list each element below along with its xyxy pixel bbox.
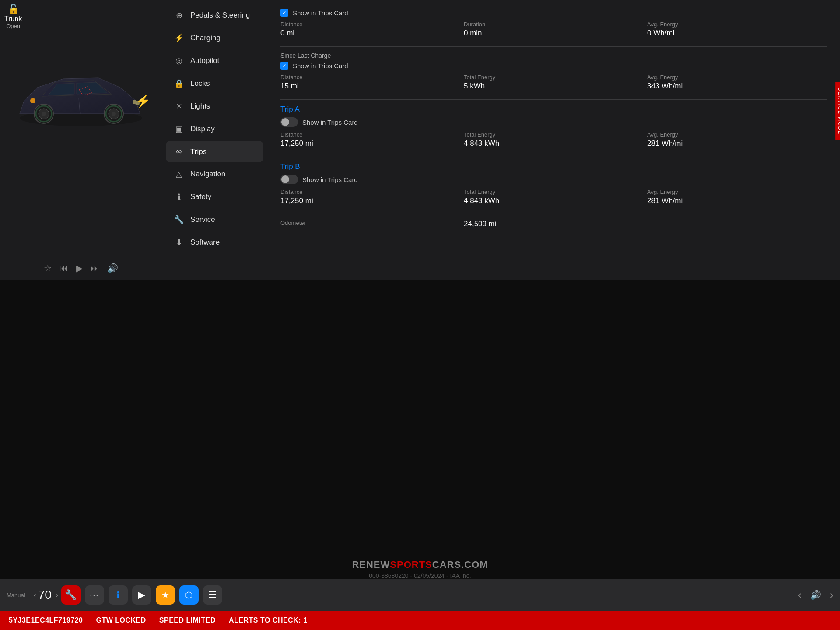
sidebar-item-navigation[interactable]: △ Navigation — [166, 163, 263, 185]
sidebar-label-pedals: Pedals & Steering — [190, 11, 250, 20]
lights-icon: ✳ — [174, 102, 184, 111]
last-trip-avg-energy: Avg. Energy 0 Wh/mi — [647, 21, 827, 38]
since-last-charge-title: Since Last Charge — [280, 52, 827, 59]
trip-b-distance: Distance 17,250 mi — [280, 189, 460, 205]
since-charge-avg-value: 343 Wh/mi — [647, 82, 827, 91]
last-trip-checkbox[interactable]: ✓ — [280, 9, 288, 17]
odometer-row: Odometer 24,509 mi — [280, 220, 827, 228]
screen-container: 🔓 Trunk Open — [0, 0, 840, 630]
divider-1 — [280, 46, 827, 47]
taskbar-volume-icon[interactable]: 🔊 — [810, 590, 821, 600]
prev-track-icon[interactable]: ⏮ — [60, 263, 68, 273]
trip-b-energy-value: 4,843 kWh — [464, 196, 644, 205]
sidebar-label-lights: Lights — [190, 102, 210, 111]
charge-indicator: ⚡ — [136, 94, 151, 108]
taskbar-next-arrow[interactable]: › — [56, 591, 58, 600]
trip-b-distance-value: 17,250 mi — [280, 196, 460, 205]
trip-a-distance: Distance 17,250 mi — [280, 131, 460, 148]
charging-icon: ⚡ — [174, 33, 184, 43]
trip-a-toggle[interactable] — [280, 117, 298, 127]
display-icon: ▣ — [174, 124, 184, 134]
svg-point-3 — [42, 112, 46, 116]
divider-2 — [280, 99, 827, 100]
sidebar-label-safety: Safety — [190, 192, 211, 201]
since-charge-total-energy: Total Energy 5 kWh — [464, 74, 644, 91]
sidebar-item-charging[interactable]: ⚡ Charging — [166, 27, 263, 49]
pedals-icon: ⊕ — [174, 10, 184, 20]
odometer-label: Odometer — [280, 220, 460, 226]
taskbar-prev-arrow[interactable]: ‹ — [34, 591, 36, 600]
trunk-icon: 🔓 — [7, 4, 19, 15]
trip-a-energy-label: Total Energy — [464, 131, 644, 138]
next-track-icon[interactable]: ⏭ — [91, 263, 99, 273]
car-image-area: ⚡ — [7, 18, 155, 184]
watermark: RENEWSPORTSCARS.COM 000-38680220 - 02/05… — [352, 559, 488, 579]
taskbar-nav-left[interactable]: ‹ — [798, 589, 802, 601]
sidebar-item-display[interactable]: ▣ Display — [166, 118, 263, 140]
sidebar-item-software[interactable]: ⬇ Software — [166, 231, 263, 253]
sidebar-menu: ⊕ Pedals & Steering ⚡ Charging ◎ Autopil… — [162, 0, 267, 280]
since-charge-distance: Distance 15 mi — [280, 74, 460, 91]
background-area: RENEWSPORTSCARS.COM 000-38680220 - 02/05… — [0, 280, 840, 630]
car-silhouette — [11, 57, 151, 144]
taskbar-film-icon[interactable]: ▶ — [132, 585, 151, 605]
taskbar-dots-icon[interactable]: ··· — [85, 585, 104, 605]
since-charge-avg-energy: Avg. Energy 343 Wh/mi — [647, 74, 827, 91]
since-charge-energy-label: Total Energy — [464, 74, 644, 80]
taskbar-number: 70 — [38, 588, 52, 602]
speaker-icon[interactable]: 🔊 — [107, 263, 118, 273]
sidebar-item-locks[interactable]: 🔒 Locks — [166, 73, 263, 94]
status-alerts: ALERTS TO CHECK: 1 — [229, 616, 307, 624]
watermark-logo: RENEWSPORTSCARS.COM — [352, 559, 488, 570]
software-icon: ⬇ — [174, 238, 184, 247]
last-trip-duration-label: Duration — [464, 21, 644, 28]
car-panel: 🔓 Trunk Open — [0, 0, 162, 280]
trip-b-energy-label: Total Energy — [464, 189, 644, 195]
since-charge-energy-value: 5 kWh — [464, 82, 644, 91]
taskbar-star-icon[interactable]: ★ — [156, 585, 175, 605]
trip-a-distance-value: 17,250 mi — [280, 139, 460, 148]
divider-3 — [280, 157, 827, 157]
trips-icon: ∞ — [174, 147, 184, 156]
trip-a-avg-value: 281 Wh/mi — [647, 139, 827, 148]
watermark-cars: CARS — [432, 559, 461, 570]
trip-a-section: Trip A Show in Trips Card Distance 17,25… — [280, 105, 827, 148]
sidebar-label-service: Service — [190, 215, 215, 224]
taskbar-list-icon[interactable]: ☰ — [203, 585, 222, 605]
trip-a-distance-label: Distance — [280, 131, 460, 138]
trip-a-avg-label: Avg. Energy — [647, 131, 827, 138]
sidebar-item-lights[interactable]: ✳ Lights — [166, 95, 263, 117]
sidebar-item-pedals[interactable]: ⊕ Pedals & Steering — [166, 4, 263, 26]
taskbar-bluetooth-icon[interactable]: ⬡ — [179, 585, 199, 605]
sidebar-item-trips[interactable]: ∞ Trips — [166, 141, 263, 162]
taskbar-info-icon[interactable]: ℹ — [108, 585, 128, 605]
favorite-icon[interactable]: ☆ — [44, 263, 52, 273]
sidebar-item-service[interactable]: 🔧 Service — [166, 209, 263, 231]
trip-b-show-row: Show in Trips Card — [280, 175, 827, 184]
watermark-sports: SPORTS — [390, 559, 432, 570]
trip-b-distance-label: Distance — [280, 189, 460, 195]
last-trip-show-row: ✓ Show in Trips Card — [280, 9, 827, 17]
svg-point-6 — [112, 112, 116, 116]
last-trip-duration-value: 0 min — [464, 29, 644, 38]
last-trip-distance: Distance 0 mi — [280, 21, 460, 38]
since-charge-distance-label: Distance — [280, 74, 460, 80]
last-trip-distance-label: Distance — [280, 21, 460, 28]
safety-icon: ℹ — [174, 192, 184, 202]
sidebar-item-autopilot[interactable]: ◎ Autopilot — [166, 50, 263, 72]
status-speed: SPEED LIMITED — [159, 616, 216, 624]
trip-b-toggle[interactable] — [280, 175, 298, 184]
last-trip-section: ✓ Show in Trips Card Distance 0 mi Durat… — [280, 9, 827, 38]
taskbar-nav-right[interactable]: › — [830, 589, 833, 601]
trip-a-show-label: Show in Trips Card — [302, 119, 358, 126]
sidebar-item-safety[interactable]: ℹ Safety — [166, 186, 263, 208]
taskbar-wrench-icon[interactable]: 🔧 — [61, 585, 80, 605]
odometer-value-item: 24,509 mi — [464, 220, 644, 228]
sidebar-label-software: Software — [190, 238, 220, 247]
play-icon[interactable]: ▶ — [76, 263, 83, 273]
media-controls[interactable]: ☆ ⏮ ▶ ⏭ 🔊 — [44, 263, 118, 273]
tesla-ui: 🔓 Trunk Open — [0, 0, 840, 280]
trip-a-header: Trip A — [280, 105, 827, 114]
trip-b-avg-label: Avg. Energy — [647, 189, 827, 195]
since-charge-checkbox[interactable]: ✓ — [280, 62, 288, 70]
